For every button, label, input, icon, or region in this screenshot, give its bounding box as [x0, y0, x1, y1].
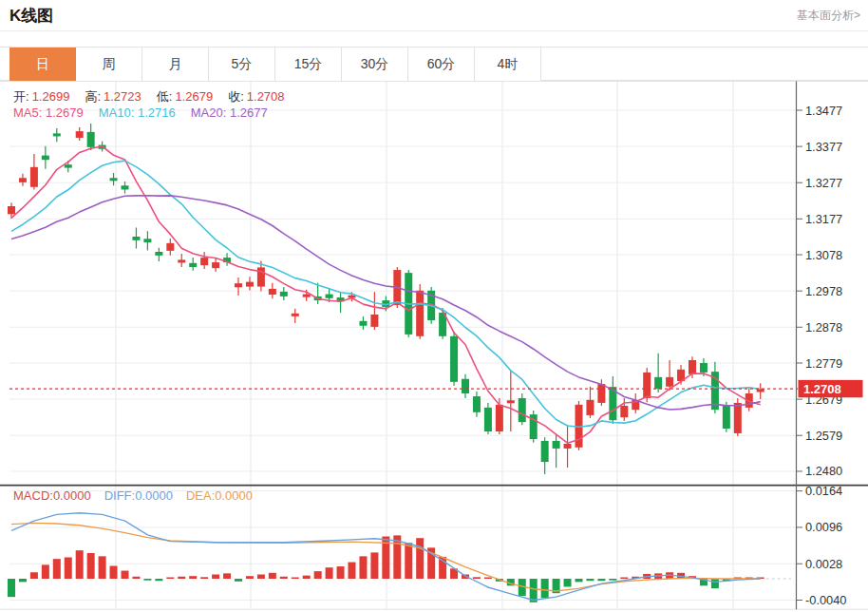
svg-text:1.2779: 1.2779 — [805, 356, 842, 371]
svg-text:1.3277: 1.3277 — [805, 176, 842, 190]
kline-chart-canvas[interactable]: 1.34771.33771.32771.31771.30781.29781.28… — [0, 81, 868, 611]
period-tab-4hour[interactable]: 4时 — [475, 48, 541, 81]
svg-text:1.3377: 1.3377 — [805, 140, 842, 154]
period-tab-week[interactable]: 周 — [76, 48, 142, 81]
period-tab-30min[interactable]: 30分 — [342, 48, 408, 81]
period-tab-60min[interactable]: 60分 — [408, 48, 475, 81]
svg-text:0.0028: 0.0028 — [805, 557, 842, 571]
period-tabs: 日周月5分15分30分60分4时 — [0, 47, 868, 81]
chart-area: 1.34771.33771.32771.31771.30781.29781.28… — [0, 81, 868, 611]
period-tab-month[interactable]: 月 — [142, 48, 209, 81]
svg-text:1.3078: 1.3078 — [805, 248, 842, 262]
period-tab-day[interactable]: 日 — [9, 48, 76, 81]
svg-text:0.0164: 0.0164 — [805, 484, 842, 498]
svg-text:1.3477: 1.3477 — [805, 104, 842, 118]
svg-text:1.3177: 1.3177 — [805, 212, 842, 226]
page-title: K线图 — [9, 5, 53, 27]
svg-text:1.2579: 1.2579 — [805, 429, 842, 443]
fundamental-analysis-link[interactable]: 基本面分析> — [797, 8, 860, 24]
svg-text:1.2878: 1.2878 — [805, 320, 842, 335]
period-tab-5min[interactable]: 5分 — [209, 48, 275, 81]
svg-text:1.2708: 1.2708 — [803, 382, 841, 396]
widget-header: K线图 基本面分析> — [0, 0, 868, 31]
period-tab-15min[interactable]: 15分 — [275, 48, 342, 81]
svg-text:0.0096: 0.0096 — [805, 520, 842, 534]
svg-text:-0.0040: -0.0040 — [805, 593, 846, 607]
svg-text:1.2480: 1.2480 — [805, 464, 842, 478]
svg-text:1.2978: 1.2978 — [805, 284, 842, 298]
